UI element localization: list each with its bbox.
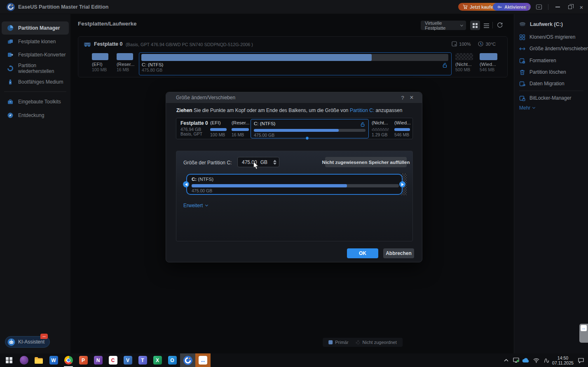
grid-view-button[interactable] [470, 21, 480, 30]
resize-handle-left[interactable] [183, 181, 189, 187]
disk-icon [84, 41, 91, 47]
list-view-button[interactable] [482, 21, 490, 30]
disk-temperature: 30°C [478, 41, 496, 47]
taskbar-word[interactable]: W [46, 353, 61, 367]
partition-bar [394, 128, 410, 131]
lock-open-icon [443, 63, 448, 68]
teams-icon: T [138, 356, 147, 365]
action-data-migration[interactable]: Daten Migration [519, 79, 565, 89]
legend-unallocated: Nicht zugeordnet [356, 340, 397, 345]
taskbar-visio[interactable]: V [120, 353, 135, 367]
clock-date: 07.11.2025 [551, 360, 575, 365]
size-stepper[interactable] [273, 160, 276, 165]
partition-c-link[interactable]: Partition C: [350, 108, 374, 113]
sidebar-item-clone-disk[interactable]: Festplatte klonen [0, 35, 70, 48]
dialog-partition-c-selected[interactable]: C: (NTFS) 475.00 GB [251, 119, 369, 138]
selected-drive-header: Laufwerk (C:) [519, 21, 563, 27]
resize-handle-right[interactable] [399, 181, 405, 187]
advanced-toggle[interactable]: Erweitert [183, 203, 208, 208]
support-headset-icon[interactable] [524, 4, 531, 10]
tray-onedrive-icon[interactable] [521, 353, 531, 367]
app-purple-icon [20, 356, 28, 365]
tray-expand-chevron[interactable] [501, 353, 511, 367]
minimize-button[interactable] [552, 2, 563, 12]
taskbar-chrome[interactable] [61, 353, 76, 367]
start-button[interactable] [2, 353, 16, 367]
partition-unallocated[interactable]: (Nicht... 500 MB [455, 53, 473, 72]
pie-chart-icon [7, 25, 14, 31]
partition-efi[interactable]: (EFI) 100 MB [92, 53, 108, 72]
sidebar-item-partition-recovery[interactable]: Partition wiederherstellen [0, 62, 70, 75]
partition-c-selected[interactable]: C: (NTFS) 475.80 GB [139, 52, 452, 75]
dialog-resize-panel: Größe der Partition C: 475.00 GB Nicht z… [176, 151, 413, 241]
ok-button[interactable]: OK [347, 248, 378, 258]
taskbar-app-purple[interactable] [16, 353, 31, 367]
help-button[interactable]: ? [398, 93, 407, 102]
grid-view-icon [473, 23, 478, 28]
left-sidebar: Partition Manager Festplatte klonen Fest… [0, 14, 70, 353]
taskbar-onenote[interactable]: N [91, 353, 105, 367]
refresh-icon [497, 22, 503, 28]
activate-button-label: Aktivieren [504, 5, 526, 9]
dialog-close-button[interactable]: × [407, 93, 416, 102]
tray-display-icon[interactable] [511, 353, 521, 367]
partition-recovery[interactable]: (Wied... 546 MB [480, 53, 497, 72]
sidebar-item-bootable-media[interactable]: Bootfähiges Medium [0, 75, 70, 89]
primary-color-swatch [328, 340, 333, 344]
sidebar-item-discovery[interactable]: Entdeckung [0, 109, 70, 122]
chevron-down-icon [205, 203, 208, 206]
notification-center-icon[interactable] [576, 353, 586, 367]
dialog-partition-efi[interactable]: (EFI) 100 MB [210, 120, 227, 137]
action-delete-partition[interactable]: Partition löschen [519, 67, 566, 77]
sidebar-item-builtin-toolkits[interactable]: Eingebaute Toolkits [0, 95, 70, 108]
migrate-icon [519, 81, 525, 87]
action-format[interactable]: Formatieren [519, 56, 556, 65]
tray-ink-icon[interactable] [541, 353, 551, 367]
dialog-disk-name: Festplatte 0 [180, 120, 208, 126]
tray-wifi-icon[interactable] [531, 353, 541, 367]
dialog-partition-unallocated[interactable]: (Nicht... 1.29 GB [372, 120, 389, 137]
partition-reserved[interactable]: (Reser... 16 MB [117, 53, 133, 72]
tray-clock[interactable]: 14:50 07.11.2025 [551, 353, 575, 367]
taskbar-powerpoint[interactable]: P [76, 353, 91, 367]
visio-icon: V [124, 356, 132, 365]
clone-os-icon [519, 34, 525, 40]
taskbar-outlook[interactable]: O [165, 353, 180, 367]
taskbar-teamviewer-active[interactable]: ↔ [195, 353, 211, 367]
taskbar-file-explorer[interactable] [31, 353, 46, 367]
close-button[interactable]: × [576, 2, 587, 12]
sidebar-item-partition-manager[interactable]: Partition Manager [2, 21, 69, 35]
resize-slider-fill [192, 184, 347, 187]
sidebar-item-label: Entdeckung [18, 112, 44, 118]
action-resize-move[interactable]: Größe ändern/Verschieben [519, 44, 588, 54]
usb-icon [7, 79, 14, 85]
partition-anchor-dot[interactable] [305, 136, 309, 140]
sidebar-item-disk-converter[interactable]: Festplatten-Konverter [0, 48, 70, 61]
action-clone-os-migrate[interactable]: Klonen/OS migrieren [519, 32, 575, 42]
dialog-instruction: Ziehen Sie die Punkte am Kopf oder am En… [176, 108, 402, 113]
partition-bar [210, 128, 227, 131]
maximize-button[interactable] [565, 2, 575, 12]
teamviewer-edge-widget[interactable]: ↔ [579, 324, 588, 343]
menu-dropdown-icon[interactable] [536, 4, 542, 10]
partition-bar [141, 54, 448, 61]
taskbar-citrix[interactable]: C [105, 353, 120, 367]
taskbar-excel[interactable]: X [150, 353, 165, 367]
taskbar-easeus-active[interactable] [180, 353, 195, 367]
dialog-partition-reserved[interactable]: (Reser... 16 MB [232, 120, 249, 137]
taskbar-teams[interactable]: T [135, 353, 150, 367]
sidebar-item-label: Bootfähiges Medium [18, 79, 63, 85]
resize-slider-size: 475.00 GB [192, 188, 212, 193]
virtual-disk-dropdown[interactable]: Virtuelle Festplatte [421, 21, 466, 30]
more-actions-link[interactable]: Mehr [519, 105, 535, 111]
action-bitlocker-manager[interactable]: BitLocker-Manager [519, 93, 571, 103]
fill-unallocated-button[interactable]: Nicht zugewiesenen Speicher auffüllen [325, 157, 407, 167]
cart-icon [463, 5, 468, 9]
partition-size-label: Größe der Partition C: [183, 160, 232, 166]
cancel-button[interactable]: Abbrechen [383, 248, 414, 258]
refresh-button[interactable] [496, 21, 504, 29]
dialog-partition-recovery[interactable]: (Wied... 546 MB [394, 120, 410, 137]
resize-slider[interactable]: C: (NTFS) 475.00 GB [186, 174, 403, 195]
disk-panel: Festplatte 0 (Basis, GPT 476.94 GB/WD PC… [78, 36, 508, 77]
toolbar-divider [492, 22, 493, 28]
